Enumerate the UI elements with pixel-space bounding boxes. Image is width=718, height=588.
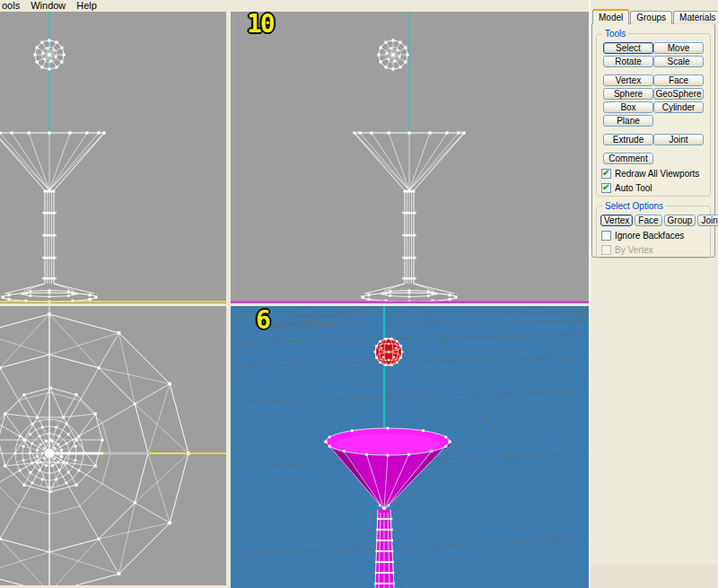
top-viewport[interactable] bbox=[0, 306, 226, 585]
tool-panel: ModelGroupsMaterialsJoints Tools SelectM… bbox=[589, 0, 718, 588]
select-group-button[interactable]: Group bbox=[664, 215, 696, 226]
checkbox-label: Ignore Backfaces bbox=[615, 231, 684, 241]
tab-materials[interactable]: Materials bbox=[673, 11, 718, 24]
comment-button[interactable]: Comment bbox=[603, 153, 653, 164]
vertex-button[interactable]: Vertex bbox=[603, 75, 653, 86]
viewport-frame-label: 10 bbox=[247, 13, 274, 35]
extrude-button[interactable]: Extrude bbox=[603, 134, 653, 145]
top-viewport-canvas bbox=[0, 306, 226, 585]
cylinder-button[interactable]: Cylinder bbox=[653, 101, 704, 113]
select-options-groupbox: Select Options VertexFaceGroupJoint Igno… bbox=[596, 206, 711, 259]
ignore-backfaces-checkbox[interactable] bbox=[601, 231, 611, 241]
viewport-frame-label: 6 bbox=[256, 309, 269, 331]
panel-tabs: ModelGroupsMaterialsJoints bbox=[592, 9, 718, 24]
face-button[interactable]: Face bbox=[653, 75, 704, 86]
panel-footer bbox=[591, 565, 718, 588]
app-window: oolsWindowHelp 10 6 ModelGroupsMaterials… bbox=[0, 0, 718, 588]
checkbox-label: Redraw All Viewports bbox=[615, 169, 699, 179]
tab-groups[interactable]: Groups bbox=[630, 11, 672, 24]
plane-button[interactable]: Plane bbox=[603, 115, 653, 127]
geosphere-button[interactable]: GeoSphere bbox=[653, 88, 704, 100]
auto-tool-checkbox[interactable] bbox=[601, 183, 611, 193]
joint-button[interactable]: Joint bbox=[653, 134, 704, 145]
rotate-button[interactable]: Rotate bbox=[603, 56, 653, 67]
select-face-button[interactable]: Face bbox=[635, 215, 661, 226]
select-vertex-button[interactable]: Vertex bbox=[600, 215, 633, 226]
box-button[interactable]: Box bbox=[603, 101, 653, 113]
tab-model[interactable]: Model bbox=[592, 9, 629, 24]
select-joint-button[interactable]: Joint bbox=[697, 215, 718, 226]
redraw-all-viewports-checkbox[interactable] bbox=[601, 169, 611, 179]
menu-item-window[interactable]: Window bbox=[25, 0, 71, 12]
move-button[interactable]: Move bbox=[653, 42, 704, 54]
front-viewport[interactable] bbox=[0, 12, 226, 303]
menu-item-ools[interactable]: ools bbox=[0, 0, 25, 12]
model-tab-page: Tools SelectMoveRotateScaleVertexFaceSph… bbox=[591, 23, 715, 258]
sphere-button[interactable]: Sphere bbox=[603, 88, 653, 100]
menu-item-help[interactable]: Help bbox=[71, 0, 102, 12]
select-button[interactable]: Select bbox=[603, 42, 653, 54]
checkbox-label: By Vertex bbox=[615, 245, 653, 255]
side-viewport-canvas bbox=[231, 12, 589, 303]
by-vertex-checkbox bbox=[601, 245, 611, 255]
side-viewport[interactable]: 10 bbox=[231, 12, 589, 303]
front-viewport-canvas bbox=[0, 12, 226, 303]
perspective-viewport[interactable]: 6 bbox=[231, 306, 589, 588]
select-options-group-title: Select Options bbox=[602, 201, 666, 211]
tools-group-title: Tools bbox=[602, 29, 628, 39]
perspective-viewport-canvas bbox=[231, 306, 589, 588]
scale-button[interactable]: Scale bbox=[653, 56, 704, 67]
tools-groupbox: Tools SelectMoveRotateScaleVertexFaceSph… bbox=[596, 33, 711, 197]
checkbox-label: Auto Tool bbox=[615, 183, 652, 193]
